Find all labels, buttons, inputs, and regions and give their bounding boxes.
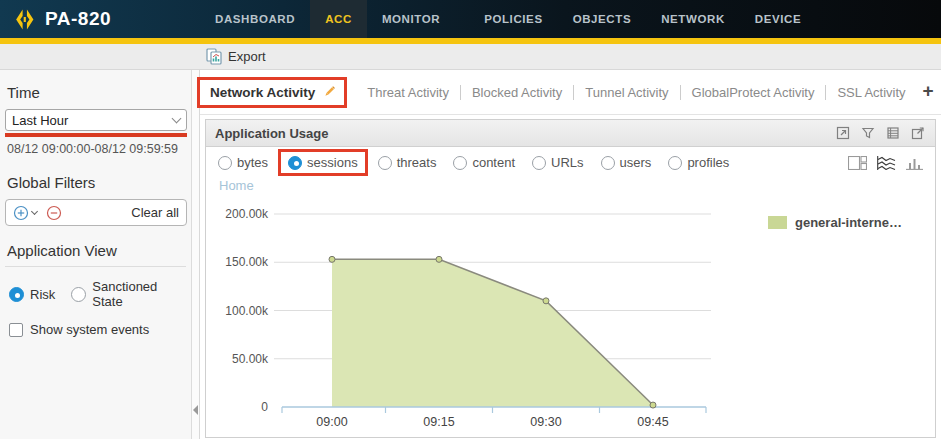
metric-users-radio[interactable]: users <box>601 155 652 170</box>
nav-item-objects[interactable]: OBJECTS <box>558 0 647 38</box>
main-content: Network Activity Threat Activity Blocked… <box>200 70 941 439</box>
treemap-view-icon[interactable] <box>848 156 867 170</box>
svg-text:09:45: 09:45 <box>637 415 668 429</box>
radio-selected-icon <box>9 287 24 302</box>
export-report-icon <box>206 48 222 65</box>
chart-area: 050.00k100.00k150.00k200.00k09:0009:1509… <box>206 193 935 438</box>
metric-sessions-radio[interactable]: sessions <box>288 155 358 170</box>
svg-text:100.00k: 100.00k <box>225 304 269 318</box>
chevron-down-icon <box>172 113 182 123</box>
panel-title: Application Usage <box>215 126 328 141</box>
svg-text:09:30: 09:30 <box>530 415 561 429</box>
metric-bytes-radio[interactable]: bytes <box>218 155 268 170</box>
panel-body: bytes sessions threats conten <box>206 147 935 437</box>
tab-threat-activity[interactable]: Threat Activity <box>356 85 460 100</box>
maximize-icon[interactable] <box>835 125 851 141</box>
svg-text:200.00k: 200.00k <box>225 207 269 221</box>
plus-circle-icon <box>13 205 29 221</box>
radio-unselected-icon <box>71 287 86 302</box>
radio-unselected-icon <box>378 156 392 170</box>
annotation-box-sessions: sessions <box>278 149 368 176</box>
legend-swatch <box>768 216 787 229</box>
nav-item-policies[interactable]: POLICIES <box>469 0 557 38</box>
metric-profiles-radio[interactable]: profiles <box>668 155 729 170</box>
edit-pencil-icon[interactable] <box>322 85 336 99</box>
chevron-down-icon <box>31 208 38 215</box>
device-name: PA-820 <box>45 8 111 30</box>
clear-all-button[interactable]: Clear all <box>131 205 179 220</box>
time-dropdown[interactable]: Last Hour <box>5 109 187 131</box>
radio-selected-icon <box>288 156 302 170</box>
chart-view-switcher <box>848 156 923 170</box>
radio-unselected-icon <box>532 156 546 170</box>
nav-item-network[interactable]: NETWORK <box>646 0 740 38</box>
add-filter-button[interactable] <box>13 205 37 221</box>
svg-text:50.00k: 50.00k <box>232 352 269 366</box>
show-system-events-label: Show system events <box>30 322 149 337</box>
breadcrumb-home-link[interactable]: Home <box>219 178 254 193</box>
time-dropdown-value: Last Hour <box>12 113 173 128</box>
application-view-heading: Application View <box>5 242 186 267</box>
metric-urls-radio[interactable]: URLs <box>532 155 584 170</box>
svg-text:150.00k: 150.00k <box>225 255 269 269</box>
nav-item-device[interactable]: DEVICE <box>740 0 816 38</box>
area-chart-view-icon[interactable] <box>877 156 896 170</box>
top-navigation: PA-820 DASHBOARD ACC MONITOR POLICIES OB… <box>0 0 941 38</box>
time-range-text: 08/12 09:00:00-08/12 09:59:59 <box>7 142 186 156</box>
export-label: Export <box>228 49 266 64</box>
export-widget-icon[interactable] <box>910 125 926 141</box>
table-view-icon[interactable] <box>885 125 901 141</box>
metric-selector: bytes sessions threats conten <box>206 147 935 176</box>
checkbox-icon <box>9 323 23 337</box>
svg-text:0: 0 <box>261 400 268 414</box>
svg-text:09:15: 09:15 <box>423 415 454 429</box>
sidebar: Time Last Hour 08/12 09:00:00-08/12 09:5… <box>0 70 192 439</box>
sanctioned-state-label: Sanctioned State <box>92 279 186 309</box>
nav-items: DASHBOARD ACC MONITOR POLICIES OBJECTS N… <box>200 0 816 38</box>
tab-globalprotect-activity[interactable]: GlobalProtect Activity <box>680 85 826 100</box>
minus-circle-icon <box>46 205 62 221</box>
filter-icon[interactable] <box>860 125 876 141</box>
usage-area-chart: 050.00k100.00k150.00k200.00k09:0009:1509… <box>206 193 746 438</box>
bar-chart-view-icon[interactable] <box>906 156 923 170</box>
sidebar-splitter[interactable] <box>192 70 200 439</box>
metric-content-radio[interactable]: content <box>453 155 515 170</box>
legend-label: general-interne… <box>795 215 902 230</box>
global-filters-box: Clear all <box>5 199 187 226</box>
collapse-sidebar-arrow-icon[interactable] <box>193 405 198 415</box>
nav-item-monitor[interactable]: MONITOR <box>367 0 455 38</box>
risk-radio[interactable]: Risk <box>9 287 55 302</box>
tab-blocked-activity[interactable]: Blocked Activity <box>460 85 573 100</box>
time-heading: Time <box>7 84 186 101</box>
nav-item-dashboard[interactable]: DASHBOARD <box>200 0 310 38</box>
tab-ssl-activity[interactable]: SSL Activity <box>825 85 916 100</box>
metric-threats-radio[interactable]: threats <box>378 155 437 170</box>
annotation-underline-time <box>5 133 187 137</box>
export-button[interactable]: Export <box>206 48 266 65</box>
remove-filter-button[interactable] <box>46 205 62 221</box>
global-filters-heading: Global Filters <box>7 174 186 191</box>
legend-item[interactable]: general-interne… <box>768 215 902 230</box>
add-tab-button[interactable]: + <box>917 80 938 104</box>
svg-text:09:00: 09:00 <box>316 415 347 429</box>
risk-label: Risk <box>30 287 55 302</box>
acc-tabs: Network Activity Threat Activity Blocked… <box>200 70 941 115</box>
radio-unselected-icon <box>218 156 232 170</box>
device-logo: PA-820 <box>0 0 200 38</box>
show-system-events-checkbox[interactable]: Show system events <box>9 322 186 337</box>
radio-unselected-icon <box>601 156 615 170</box>
tab-network-activity[interactable]: Network Activity <box>197 77 347 108</box>
tab-tunnel-activity[interactable]: Tunnel Activity <box>573 85 679 100</box>
paloalto-logo-icon <box>14 8 37 31</box>
toolbar: Export <box>0 44 941 70</box>
sanctioned-state-radio[interactable]: Sanctioned State <box>71 279 186 309</box>
radio-unselected-icon <box>453 156 467 170</box>
radio-unselected-icon <box>668 156 682 170</box>
application-usage-panel: Application Usage <box>205 119 936 438</box>
panel-header: Application Usage <box>206 120 935 147</box>
nav-item-acc[interactable]: ACC <box>310 0 367 38</box>
